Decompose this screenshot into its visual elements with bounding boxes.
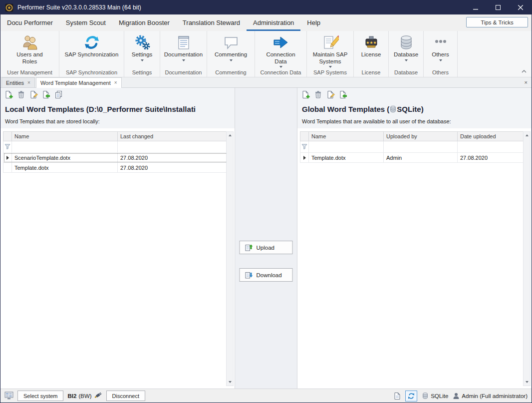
menu-tab-docu-performer[interactable]: Docu Performer	[0, 15, 59, 31]
app-logo-icon	[5, 3, 13, 12]
ribbon-button-label: License	[361, 51, 381, 58]
upload-label: Upload	[257, 245, 274, 251]
global-title-prefix: Global Word Templates (	[302, 105, 389, 113]
select-system-button[interactable]: Select system	[17, 391, 63, 401]
table-row[interactable]: Template.dotx Admin 27.08.2020	[300, 153, 528, 163]
menu-tab-administration[interactable]: Administration	[247, 15, 300, 31]
log-document-icon[interactable]	[394, 392, 401, 400]
table-row[interactable]: ScenarioTemplate.dotx 27.08.2020	[3, 153, 231, 163]
system-name: BI2	[67, 393, 76, 399]
menu-tab-system-scout[interactable]: System Scout	[59, 15, 112, 31]
menu-tab-help[interactable]: Help	[300, 15, 327, 31]
filter-input-uploaded-by[interactable]	[384, 141, 458, 153]
cell-last-changed[interactable]: 27.08.2020	[118, 153, 231, 163]
column-header-uploaded-by[interactable]: Uploaded by	[384, 132, 458, 141]
others-button[interactable]: Others	[424, 31, 457, 68]
tab-word-template-management[interactable]: Word Template Management ×	[36, 77, 122, 88]
column-header-name[interactable]: Name	[309, 132, 384, 141]
rename-template-icon[interactable]	[29, 90, 38, 99]
cell-name[interactable]: Template.dotx	[309, 153, 384, 163]
scroll-down-arrow[interactable]	[227, 379, 233, 386]
local-templates-panel: Local Word Templates (D:\0_Performer Sui…	[0, 88, 235, 389]
ribbon-group-caption: Documentation	[160, 68, 207, 77]
current-row-arrow-icon	[303, 156, 306, 160]
triangle-down-icon	[526, 381, 529, 383]
tab-close-icon[interactable]: ×	[27, 80, 30, 85]
cell-uploaded-by[interactable]: Admin	[384, 153, 458, 163]
cell-name[interactable]: Template.dotx	[12, 163, 118, 173]
menu-tab-label: Translation Steward	[183, 19, 240, 26]
minimize-button[interactable]	[464, 0, 487, 14]
new-template-icon[interactable]	[4, 90, 13, 99]
delete-template-icon[interactable]	[314, 90, 322, 99]
global-vertical-scrollbar[interactable]	[523, 131, 531, 386]
edit-template-icon[interactable]	[42, 90, 50, 99]
chevron-down-icon	[439, 59, 442, 61]
menu-tab-translation-steward[interactable]: Translation Steward	[176, 15, 247, 31]
sap-synchronization-button[interactable]: SAP Synchronization	[59, 31, 124, 68]
scroll-up-arrow[interactable]	[524, 132, 530, 139]
select-system-label: Select system	[23, 393, 57, 399]
chevron-down-icon	[182, 59, 185, 61]
table-header-row: Name Uploaded by Date uploaded	[300, 132, 528, 141]
menu-tab-label: Help	[307, 19, 320, 26]
menu-tab-migration-booster[interactable]: Migration Booster	[112, 15, 176, 31]
global-templates-panel: Global Word Templates ( SQLite) Word Tem…	[297, 88, 532, 389]
ribbon-collapse-button[interactable]	[522, 66, 527, 75]
filter-input-last-changed[interactable]	[118, 141, 231, 153]
local-vertical-scrollbar[interactable]	[226, 131, 234, 386]
ribbon-group-caption: Connection Data	[255, 68, 306, 77]
documentation-button[interactable]: Documentation	[160, 31, 207, 68]
tabstrip-close-icon[interactable]: ×	[525, 79, 528, 85]
cell-name[interactable]: ScenarioTemplate.dotx	[12, 153, 118, 163]
global-title-suffix: )	[421, 105, 424, 113]
settings-button[interactable]: Settings	[124, 31, 160, 68]
filter-input-name[interactable]	[309, 141, 384, 153]
edit-template-icon[interactable]	[339, 90, 347, 99]
refresh-icon	[408, 393, 415, 400]
license-button[interactable]: ★★★ License	[354, 31, 388, 68]
statusbar: Select system BI2 (BW) Disconnect	[0, 389, 532, 403]
download-button[interactable]: Download	[240, 268, 293, 282]
upload-button[interactable]: Upload	[240, 241, 293, 254]
maximize-button[interactable]	[487, 0, 509, 14]
cell-last-changed[interactable]: 27.08.2020	[118, 163, 231, 173]
table-row[interactable]: Template.dotx 27.08.2020	[3, 163, 231, 173]
column-header-name[interactable]: Name	[12, 132, 118, 141]
close-button[interactable]	[509, 0, 532, 14]
filter-input-date-uploaded[interactable]	[458, 141, 528, 153]
connection-data-button[interactable]: Connection Data	[255, 31, 306, 68]
maintain-sap-systems-button[interactable]: Maintain SAP Systems	[307, 31, 353, 68]
cell-date-uploaded[interactable]: 27.08.2020	[458, 153, 528, 163]
column-header-date-uploaded[interactable]: Date uploaded	[458, 132, 528, 141]
new-template-icon[interactable]	[301, 90, 310, 99]
filter-funnel-icon[interactable]	[4, 144, 10, 149]
filter-input-name[interactable]	[12, 141, 118, 153]
chevron-down-icon	[279, 66, 282, 68]
copy-template-icon[interactable]	[54, 90, 63, 99]
commenting-button[interactable]: Commenting	[207, 31, 255, 68]
database-small-icon	[422, 392, 429, 400]
tab-entities[interactable]: Entities ×	[1, 77, 35, 87]
scroll-up-arrow[interactable]	[227, 132, 233, 139]
local-panel-subtitle: Word Templates that are stored locally:	[5, 118, 235, 124]
users-and-roles-button[interactable]: Users and Roles	[0, 31, 59, 68]
global-templates-table: Name Uploaded by Date uploaded	[300, 131, 528, 163]
filter-funnel-icon[interactable]	[301, 144, 307, 149]
ribbon-group-settings: Settings Settings	[124, 31, 160, 77]
tab-close-icon[interactable]: ×	[114, 80, 117, 85]
ribbon-button-label: Documentation	[164, 51, 203, 58]
chevron-down-icon	[230, 59, 233, 61]
global-table-area: Name Uploaded by Date uploaded	[297, 128, 532, 389]
tips-label: Tips & Tricks	[481, 19, 513, 25]
scroll-down-arrow[interactable]	[524, 379, 530, 386]
column-header-last-changed[interactable]: Last changed	[118, 132, 231, 141]
disconnect-button[interactable]: Disconnect	[106, 391, 145, 401]
database-button[interactable]: Database	[389, 31, 423, 68]
refresh-button[interactable]	[405, 391, 417, 402]
row-indicator	[300, 153, 309, 163]
ribbon-button-label: Users and Roles	[12, 51, 48, 65]
delete-template-icon[interactable]	[17, 90, 25, 99]
tips-and-tricks-button[interactable]: Tips & Tricks	[466, 17, 528, 27]
rename-template-icon[interactable]	[326, 90, 335, 99]
